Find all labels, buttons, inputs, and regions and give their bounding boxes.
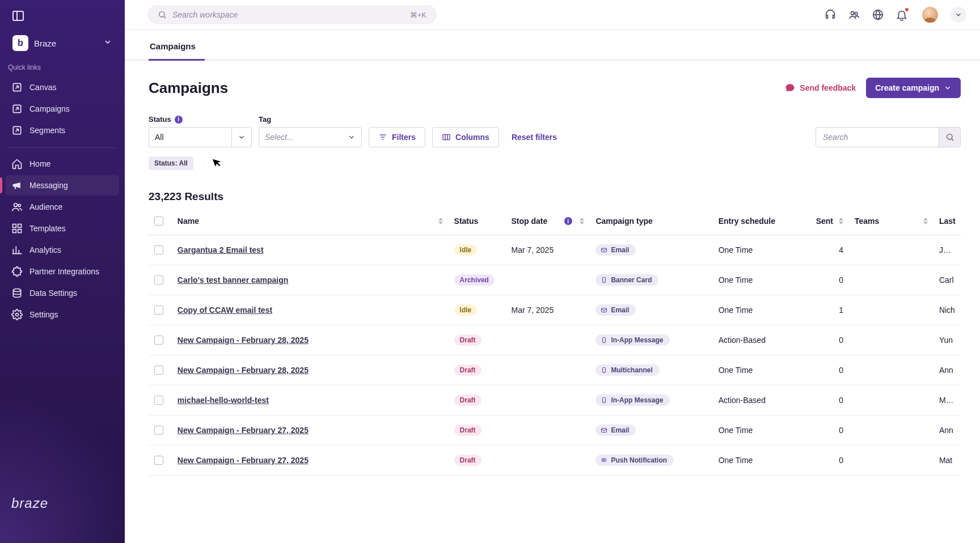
campaign-name-link[interactable]: Gargantua 2 Email test — [178, 245, 264, 254]
search-input[interactable] — [172, 10, 410, 19]
campaign-name-link[interactable]: New Campaign - February 28, 2025 — [178, 366, 309, 375]
columns-label: Columns — [455, 133, 489, 142]
sent-cell: 0 — [804, 355, 849, 385]
sort-icon[interactable] — [923, 218, 928, 224]
col-type: Campaign type — [595, 217, 652, 226]
user-menu-button[interactable] — [951, 7, 966, 23]
create-campaign-button[interactable]: Create campaign — [866, 78, 961, 98]
select-all-checkbox[interactable] — [154, 217, 163, 226]
schedule-cell: Action-Based — [713, 325, 804, 355]
sidebar-item-audience[interactable]: Audience — [6, 197, 119, 217]
topbar: ⌘+K — [125, 0, 980, 30]
info-icon[interactable]: i — [175, 116, 183, 124]
table-header-row: Name Status Stop datei Campaign type Ent… — [149, 207, 961, 235]
svg-rect-10 — [18, 230, 22, 233]
last-cell: Julia — [933, 235, 961, 265]
global-search[interactable]: ⌘+K — [147, 5, 437, 24]
svg-point-5 — [14, 203, 18, 207]
table-row: Copy of CCAW email testIdleMar 7, 2025Em… — [149, 295, 961, 325]
svg-point-16 — [855, 12, 858, 15]
workspace-name: Braze — [34, 39, 103, 48]
schedule-cell: One Time — [713, 265, 804, 295]
table-search-input[interactable] — [816, 133, 939, 142]
tag-select[interactable]: Select... — [259, 127, 362, 147]
tab-campaigns[interactable]: Campaigns — [149, 32, 205, 61]
sidebar-item-messaging[interactable]: Messaging — [6, 175, 119, 196]
page-header: Campaigns Send feedback Create campaign — [149, 70, 961, 106]
campaigns-table-wrap: Name Status Stop datei Campaign type Ent… — [149, 207, 961, 476]
sidebar-item-partner[interactable]: Partner Integrations — [6, 261, 119, 282]
campaign-name-link[interactable]: New Campaign - February 27, 2025 — [178, 426, 309, 435]
user-avatar[interactable] — [922, 7, 938, 23]
schedule-cell: One Time — [713, 235, 804, 265]
row-checkbox[interactable] — [154, 456, 163, 465]
sort-icon[interactable] — [839, 218, 843, 224]
notifications-button[interactable] — [895, 8, 909, 22]
col-stop-date[interactable]: Stop date — [511, 217, 564, 226]
sidebar-item-segments[interactable]: Segments — [6, 120, 119, 141]
sidebar: b Braze Quick links Canvas Campaigns Seg… — [0, 0, 125, 543]
chevron-down-icon — [103, 37, 112, 49]
svg-rect-8 — [18, 224, 22, 228]
table-search[interactable] — [816, 127, 961, 147]
row-checkbox[interactable] — [154, 366, 163, 375]
create-label: Create campaign — [875, 83, 939, 92]
home-icon — [11, 158, 23, 169]
chevron-down-icon — [954, 11, 962, 19]
schedule-cell: One Time — [713, 295, 804, 325]
language-button[interactable] — [871, 8, 885, 22]
sort-icon[interactable] — [580, 218, 584, 224]
filters-button[interactable]: Filters — [369, 127, 425, 147]
grid-icon — [11, 223, 23, 234]
campaign-name-link[interactable]: Copy of CCAW email test — [178, 306, 272, 315]
row-checkbox[interactable] — [154, 245, 163, 254]
main: ⌘+K Campaigns — [125, 0, 980, 543]
campaign-name-link[interactable]: michael-hello-world-test — [178, 396, 269, 405]
sidebar-item-campaigns-link[interactable]: Campaigns — [6, 99, 119, 119]
teams-cell — [849, 385, 933, 415]
sidebar-item-analytics[interactable]: Analytics — [6, 240, 119, 260]
table-row: New Campaign - February 27, 2025DraftEma… — [149, 415, 961, 446]
sort-icon[interactable] — [438, 218, 443, 224]
col-sent[interactable]: Sent — [816, 217, 833, 226]
sidebar-collapse-button[interactable] — [0, 0, 125, 31]
sidebar-item-home[interactable]: Home — [6, 154, 119, 174]
campaign-name-link[interactable]: Carlo's test banner campaign — [178, 275, 289, 285]
status-badge: Idle — [454, 304, 478, 316]
sidebar-item-templates[interactable]: Templates — [6, 218, 119, 239]
sidebar-item-settings[interactable]: Settings — [6, 304, 119, 325]
type-icon — [601, 337, 607, 343]
columns-button[interactable]: Columns — [432, 127, 499, 147]
sidebar-item-data-settings[interactable]: Data Settings — [6, 283, 119, 303]
row-checkbox[interactable] — [154, 396, 163, 405]
row-checkbox[interactable] — [154, 336, 163, 345]
info-icon[interactable]: i — [564, 217, 572, 225]
last-cell: Carl — [933, 265, 961, 295]
row-checkbox[interactable] — [154, 306, 163, 315]
external-link-icon — [11, 125, 23, 136]
workspace-switcher[interactable]: b Braze — [9, 33, 116, 53]
send-feedback-button[interactable]: Send feedback — [785, 83, 856, 93]
megaphone-icon — [11, 180, 23, 191]
help-button[interactable] — [823, 8, 837, 22]
sidebar-item-label: Partner Integrations — [29, 267, 99, 276]
sidebar-item-canvas[interactable]: Canvas — [6, 77, 119, 97]
row-checkbox[interactable] — [154, 275, 163, 285]
sidebar-item-label: Home — [29, 159, 50, 168]
reset-filters-button[interactable]: Reset filters — [506, 127, 563, 147]
campaign-name-link[interactable]: New Campaign - February 28, 2025 — [178, 336, 309, 345]
status-chip[interactable]: Status: All — [149, 156, 193, 170]
search-button[interactable] — [939, 127, 960, 147]
row-checkbox[interactable] — [154, 426, 163, 435]
status-select[interactable]: All — [149, 127, 252, 147]
external-link-icon — [11, 82, 23, 93]
search-icon — [945, 133, 954, 142]
community-button[interactable] — [847, 8, 861, 22]
col-teams[interactable]: Teams — [855, 217, 920, 226]
globe-icon — [872, 9, 884, 21]
svg-line-14 — [164, 16, 166, 18]
col-name[interactable]: Name — [178, 217, 435, 226]
campaign-name-link[interactable]: New Campaign - February 27, 2025 — [178, 456, 309, 465]
schedule-cell: One Time — [713, 446, 804, 476]
chevron-down-icon — [944, 84, 952, 92]
